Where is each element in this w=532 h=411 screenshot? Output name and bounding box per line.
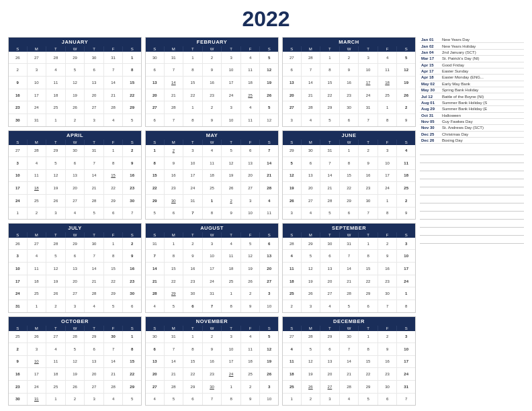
cal-day: 17 <box>9 182 27 195</box>
cal-day: 21 <box>103 368 123 381</box>
month-block-march: MARCHSMTWTFS2728123456789101112131415161… <box>282 37 416 127</box>
cal-day: 28 <box>103 380 123 393</box>
month-header: DECEMBER <box>283 317 415 326</box>
cal-day: 11 <box>378 64 397 77</box>
cal-day: 22 <box>183 368 203 381</box>
cal-day: 5 <box>123 393 141 405</box>
day-header: T <box>46 140 66 145</box>
day-header: S <box>146 232 164 238</box>
day-header: F <box>378 326 397 331</box>
cal-day: 1 <box>183 52 203 64</box>
cal-day: 13 <box>65 263 85 275</box>
cal-day: 19 <box>260 355 278 368</box>
cal-day: 2 <box>202 331 222 343</box>
cal-day: 6 <box>65 250 85 263</box>
month-header: APRIL <box>9 131 141 140</box>
day-header: M <box>27 232 46 238</box>
cal-day: 3 <box>397 331 415 343</box>
month-header: FEBRUARY <box>146 38 278 46</box>
day-header: T <box>222 232 241 238</box>
cal-day: 28 <box>164 101 183 114</box>
cal-day: 22 <box>103 182 123 195</box>
cal-day: 26 <box>46 287 66 300</box>
cal-day: 27 <box>320 287 340 300</box>
cal-day: 14 <box>339 263 359 275</box>
holiday-name: Summer Bank Holiday (S <box>442 101 487 105</box>
cal-day: 25 <box>27 287 46 300</box>
cal-day: 9 <box>183 250 203 263</box>
cal-day: 28 <box>260 182 278 195</box>
day-header: F <box>378 140 397 145</box>
cal-day: 31 <box>339 238 359 250</box>
cal-day: 2 <box>397 101 415 114</box>
cal-day: 8 <box>164 250 183 263</box>
cal-day: 13 <box>146 77 164 89</box>
sidebar-blank-line <box>420 228 524 236</box>
cal-day: 25 <box>283 287 301 300</box>
cal-day: 29 <box>283 145 301 157</box>
cal-day: 4 <box>46 64 66 77</box>
cal-day: 14 <box>85 169 104 182</box>
cal-day: 23 <box>9 380 27 393</box>
holiday-name: Spring Bank Holiday <box>442 88 478 92</box>
cal-day: 24 <box>9 194 27 207</box>
cal-day: 20 <box>320 368 340 381</box>
cal-day: 19 <box>240 263 260 275</box>
cal-day: 27 <box>65 194 85 207</box>
cal-day: 4 <box>260 194 278 207</box>
cal-day: 6 <box>260 238 278 250</box>
cal-day: 16 <box>164 169 183 182</box>
cal-day: 27 <box>283 101 301 114</box>
day-header: W <box>339 326 359 331</box>
cal-day: 7 <box>359 114 378 126</box>
cal-day: 30 <box>202 380 222 393</box>
day-header: W <box>65 326 85 331</box>
month-header: OCTOBER <box>9 317 141 326</box>
cal-day: 22 <box>146 182 164 195</box>
cal-day: 19 <box>397 77 415 89</box>
day-header: T <box>222 326 241 331</box>
cal-day: 4 <box>222 238 241 250</box>
cal-day: 1 <box>9 207 27 219</box>
cal-day: 27 <box>27 52 46 64</box>
cal-day: 29 <box>85 331 104 343</box>
cal-day: 6 <box>123 300 141 312</box>
cal-day: 30 <box>65 145 85 157</box>
cal-day: 18 <box>222 263 241 275</box>
cal-day: 5 <box>240 238 260 250</box>
cal-day: 6 <box>85 342 104 355</box>
cal-day: 10 <box>222 64 241 77</box>
cal-day: 17 <box>397 355 415 368</box>
holiday-date: Jul 12 <box>421 95 440 99</box>
cal-day: 8 <box>378 114 397 126</box>
cal-day: 28 <box>301 101 320 114</box>
cal-day: 1 <box>103 238 123 250</box>
day-header: M <box>164 326 183 331</box>
cal-day: 2 <box>301 393 320 405</box>
cal-day: 27 <box>46 331 66 343</box>
day-header: F <box>103 232 123 238</box>
cal-day: 25 <box>46 101 66 114</box>
month-header: JULY <box>9 224 141 232</box>
day-header: T <box>320 140 340 145</box>
cal-day: 1 <box>103 145 123 157</box>
cal-day: 27 <box>240 182 260 195</box>
cal-day: 19 <box>65 368 85 381</box>
cal-day: 1 <box>183 331 203 343</box>
cal-day: 12 <box>283 169 301 182</box>
cal-day: 1 <box>27 300 46 312</box>
cal-day: 12 <box>46 263 66 275</box>
cal-day: 23 <box>123 275 141 287</box>
cal-day: 2 <box>123 238 141 250</box>
day-header: T <box>359 140 378 145</box>
cal-day: 30 <box>85 238 104 250</box>
cal-day: 12 <box>222 156 241 169</box>
cal-day: 2 <box>202 101 222 114</box>
cal-day: 20 <box>146 368 164 381</box>
cal-day: 25 <box>222 275 241 287</box>
cal-day: 12 <box>260 64 278 77</box>
day-header: M <box>164 46 183 52</box>
day-header: T <box>183 46 203 52</box>
day-header: S <box>9 140 27 145</box>
cal-day: 11 <box>283 355 301 368</box>
